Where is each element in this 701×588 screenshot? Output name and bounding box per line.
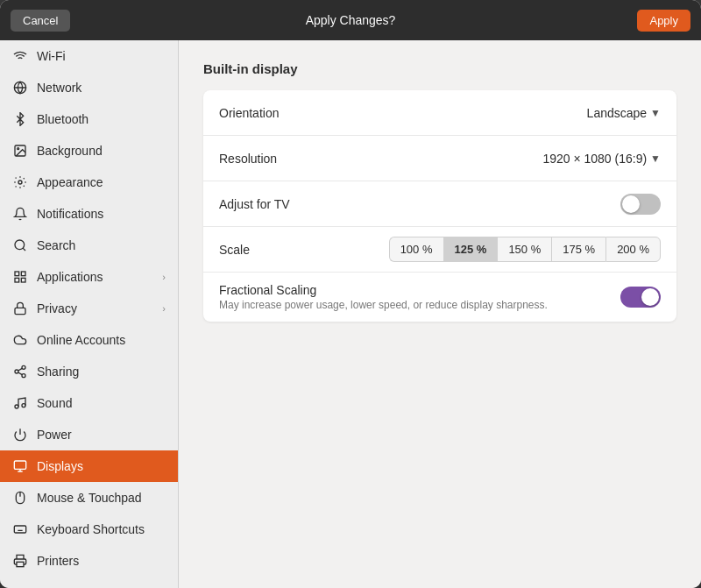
sidebar-item-sharing[interactable]: Sharing <box>0 356 178 387</box>
svg-point-14 <box>15 370 18 373</box>
scale-btn-175%[interactable]: 175 % <box>551 237 605 262</box>
sidebar-item-printers[interactable]: Printers <box>0 545 178 577</box>
sidebar-item-label-online-accounts: Online Accounts <box>37 333 166 347</box>
keyboard-icon <box>12 521 28 537</box>
printers-icon <box>12 553 28 569</box>
sidebar-item-search[interactable]: Search <box>0 230 178 261</box>
privacy-chevron-icon: › <box>162 303 166 314</box>
svg-rect-12 <box>15 308 25 314</box>
sidebar-item-label-displays: Displays <box>37 459 166 473</box>
scale-btn-125%[interactable]: 125 % <box>443 237 498 262</box>
titlebar-left: Cancel <box>11 10 70 32</box>
wifi-icon <box>12 48 28 64</box>
svg-point-4 <box>18 148 19 150</box>
sidebar-item-power[interactable]: Power <box>0 419 178 450</box>
settings-window: Cancel Apply Changes? Apply Wi-FiNetwork… <box>0 0 701 588</box>
sidebar-item-sound[interactable]: Sound <box>0 387 178 419</box>
fractional-scaling-control <box>620 287 661 308</box>
svg-rect-21 <box>14 461 25 469</box>
section-title: Built-in display <box>203 61 676 76</box>
titlebar-title: Apply Changes? <box>306 13 396 27</box>
sidebar-item-label-applications: Applications <box>37 270 153 284</box>
scale-btn-100%[interactable]: 100 % <box>389 237 443 262</box>
sound-icon <box>12 395 28 411</box>
scale-label: Scale <box>219 243 389 257</box>
orientation-dropdown[interactable]: Landscape ▼ <box>587 106 661 120</box>
power-icon <box>12 427 28 443</box>
svg-line-7 <box>23 248 25 251</box>
svg-point-13 <box>22 365 25 369</box>
sidebar-item-label-keyboard: Keyboard Shortcuts <box>37 522 166 536</box>
svg-point-6 <box>15 240 25 250</box>
settings-card: Orientation Landscape ▼ Resolution 1920 … <box>203 90 676 322</box>
sidebar-item-label-network: Network <box>37 81 166 95</box>
sidebar-item-bluetooth[interactable]: Bluetooth <box>0 103 178 135</box>
fractional-scaling-row: Fractional Scaling May increase power us… <box>203 273 676 322</box>
applications-chevron-icon: › <box>162 272 166 282</box>
cancel-button[interactable]: Cancel <box>11 10 70 32</box>
resolution-arrow-icon: ▼ <box>650 152 661 165</box>
titlebar-right: Apply <box>637 10 690 32</box>
fractional-scaling-desc: May increase power usage, lower speed, o… <box>219 299 606 311</box>
sidebar-item-mouse-touchpad[interactable]: Mouse & Touchpad <box>0 482 178 514</box>
adjust-tv-control <box>620 194 661 215</box>
scale-options: 100 %125 %150 %175 %200 % <box>389 237 661 262</box>
bluetooth-icon <box>12 111 28 127</box>
adjust-tv-toggle[interactable] <box>620 194 661 215</box>
svg-point-5 <box>18 181 22 184</box>
sidebar-item-label-privacy: Privacy <box>37 301 153 315</box>
privacy-icon <box>12 301 28 316</box>
svg-point-18 <box>15 405 18 408</box>
scale-row: Scale 100 %125 %150 %175 %200 % <box>203 227 676 273</box>
scale-btn-150%[interactable]: 150 % <box>497 237 551 262</box>
content-area: Wi-FiNetworkBluetoothBackgroundAppearanc… <box>0 40 701 588</box>
resolution-label: Resolution <box>219 152 542 166</box>
svg-point-19 <box>22 404 25 407</box>
sidebar-item-background[interactable]: Background <box>0 135 178 166</box>
svg-rect-10 <box>21 278 25 282</box>
sidebar-item-keyboard[interactable]: Keyboard Shortcuts <box>0 514 178 545</box>
appearance-icon <box>12 174 28 190</box>
fractional-scaling-toggle[interactable] <box>620 287 661 308</box>
titlebar: Cancel Apply Changes? Apply <box>0 0 701 40</box>
sidebar-item-displays[interactable]: Displays <box>0 450 178 482</box>
network-icon <box>12 80 28 96</box>
scale-btn-200%[interactable]: 200 % <box>605 237 661 262</box>
sidebar-item-label-bluetooth: Bluetooth <box>37 112 166 126</box>
sidebar-item-label-search: Search <box>37 238 166 252</box>
svg-line-17 <box>18 368 23 371</box>
sidebar-item-applications[interactable]: Applications› <box>0 261 178 293</box>
svg-rect-26 <box>14 526 25 533</box>
resolution-dropdown[interactable]: 1920 × 1080 (16:9) ▼ <box>542 152 661 166</box>
online-accounts-icon <box>12 332 28 348</box>
sidebar-item-label-sound: Sound <box>37 396 166 410</box>
svg-rect-11 <box>15 278 19 282</box>
background-icon <box>12 143 28 159</box>
adjust-tv-row: Adjust for TV <box>203 181 676 227</box>
orientation-label: Orientation <box>219 106 587 120</box>
sidebar-item-label-background: Background <box>37 144 166 158</box>
sidebar-item-label-sharing: Sharing <box>37 365 166 379</box>
resolution-control: 1920 × 1080 (16:9) ▼ <box>542 152 661 166</box>
sidebar: Wi-FiNetworkBluetoothBackgroundAppearanc… <box>0 40 179 588</box>
sidebar-item-label-wifi: Wi-Fi <box>37 49 166 63</box>
sidebar-item-wifi[interactable]: Wi-Fi <box>0 40 178 72</box>
apply-button[interactable]: Apply <box>637 10 690 32</box>
sidebar-item-network[interactable]: Network <box>0 72 178 103</box>
fractional-scaling-text: Fractional Scaling May increase power us… <box>219 283 606 311</box>
svg-rect-32 <box>17 562 24 566</box>
sidebar-item-notifications[interactable]: Notifications <box>0 198 178 230</box>
sharing-icon <box>12 364 28 379</box>
sidebar-item-label-power: Power <box>37 428 166 442</box>
search-icon <box>12 237 28 253</box>
sidebar-item-privacy[interactable]: Privacy› <box>0 293 178 324</box>
displays-icon <box>12 458 28 474</box>
applications-icon <box>12 269 28 285</box>
main-panel: Built-in display Orientation Landscape ▼… <box>179 40 701 588</box>
sidebar-item-online-accounts[interactable]: Online Accounts <box>0 324 178 356</box>
svg-line-16 <box>18 372 23 375</box>
svg-rect-8 <box>15 272 19 276</box>
sidebar-item-appearance[interactable]: Appearance <box>0 166 178 198</box>
svg-rect-9 <box>21 272 25 276</box>
sidebar-item-label-appearance: Appearance <box>37 175 166 189</box>
